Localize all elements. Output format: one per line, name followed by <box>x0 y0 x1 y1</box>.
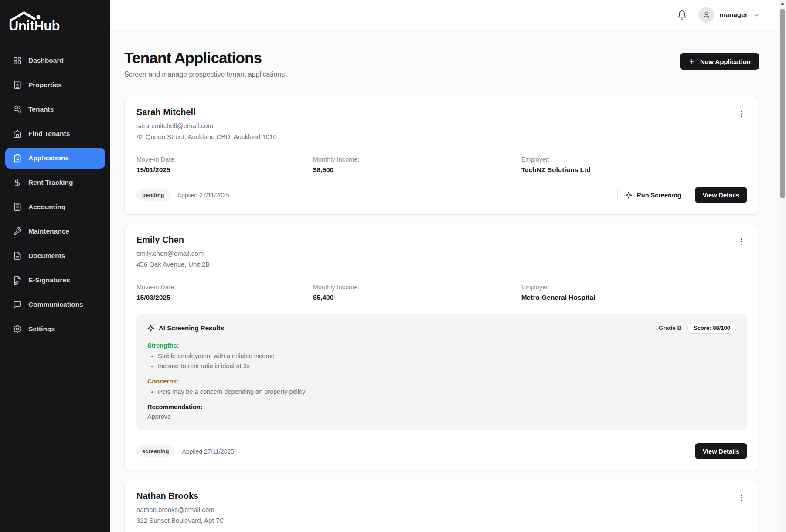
applicant-address: 312 Sunset Boulevard, Apt 7C <box>136 517 224 524</box>
application-card: Sarah Mitchell sarah.mitchell@email.com … <box>124 96 759 215</box>
chevron-down-icon <box>753 11 760 19</box>
page-title: Tenant Applications <box>124 49 285 67</box>
user-icon <box>702 11 711 19</box>
concern-item: Pets may be a concern depending on prope… <box>158 388 736 395</box>
applied-date: Applied 27/11/2025 <box>182 448 234 455</box>
application-details: Move-in Date: 15/01/2025 Monthly Income:… <box>136 156 747 174</box>
applicant-email: sarah.mitchell@email.com <box>136 122 277 129</box>
sidebar-item-settings[interactable]: Settings <box>5 319 105 339</box>
sidebar-item-documents[interactable]: Documents <box>5 245 105 266</box>
sidebar-item-label: E-Signatures <box>28 276 70 284</box>
file-pen-icon <box>13 276 22 285</box>
avatar <box>698 7 714 23</box>
sidebar-item-applications[interactable]: Applications <box>5 148 105 169</box>
username: manager <box>719 11 748 19</box>
new-application-button[interactable]: New Application <box>680 53 759 70</box>
sidebar-item-maintenance[interactable]: Maintenance <box>5 221 105 242</box>
sidebar-item-accounting[interactable]: Accounting <box>5 197 105 217</box>
grade-label: Grade B <box>659 325 682 331</box>
strength-item: Income-to-rent ratio is ideal at 3x <box>158 363 736 369</box>
page-subtitle: Screen and manage prospective tenant app… <box>124 71 285 78</box>
main-content: Tenant Applications Screen and manage pr… <box>110 30 779 532</box>
vertical-scrollbar[interactable] <box>779 0 786 532</box>
sidebar: UnitHub Dashboard Properties Tenants Fin… <box>0 0 110 532</box>
calculator-icon <box>13 203 22 211</box>
applicant-name: Nathan Brooks <box>136 491 224 501</box>
gear-icon <box>13 325 22 333</box>
sidebar-item-label: Properties <box>28 81 62 89</box>
move-in-label: Move-in Date: <box>136 156 313 163</box>
brand-name: UnitHub <box>9 18 102 34</box>
new-application-label: New Application <box>700 58 751 65</box>
run-screening-button[interactable]: Run Screening <box>617 187 689 203</box>
plus-icon <box>688 58 695 65</box>
income-value: $5,400 <box>313 294 521 302</box>
strengths-list: Stable employment with a reliable income… <box>147 352 736 369</box>
clipboard-icon <box>13 154 22 163</box>
employer-value: Metro General Hospital <box>521 294 747 302</box>
card-menu-button[interactable] <box>735 236 747 247</box>
sidebar-item-label: Dashboard <box>28 57 64 64</box>
income-label: Monthly Income: <box>313 284 521 291</box>
building-icon <box>13 81 22 89</box>
kebab-icon <box>737 494 745 502</box>
sidebar-item-rent-tracking[interactable]: Rent Tracking <box>5 172 105 193</box>
strength-item: Stable employment with a reliable income <box>158 352 736 359</box>
income-value: $8,500 <box>313 166 521 174</box>
status-badge: pending <box>136 189 170 201</box>
sidebar-item-tenants[interactable]: Tenants <box>5 99 105 120</box>
scroll-up-arrow[interactable] <box>781 2 784 5</box>
move-in-value: 15/03/2025 <box>136 294 313 302</box>
view-details-button[interactable]: View Details <box>695 187 747 203</box>
income-label: Monthly Income: <box>313 156 521 163</box>
application-details: Move-in Date: 15/03/2025 Monthly Income:… <box>136 284 747 302</box>
wrench-icon <box>13 227 22 236</box>
sidebar-item-find-tenants[interactable]: Find Tenants <box>5 123 105 144</box>
card-menu-button[interactable] <box>735 108 747 120</box>
view-details-button[interactable]: View Details <box>695 443 747 459</box>
concerns-list: Pets may be a concern depending on prope… <box>147 388 736 395</box>
ai-screening-results: AI Screening Results Grade B Score: 88/1… <box>136 314 747 430</box>
page-header: Tenant Applications Screen and manage pr… <box>124 49 759 78</box>
status-badge: screening <box>136 445 174 457</box>
scrollbar-thumb[interactable] <box>780 9 785 198</box>
application-card: Nathan Brooks nathan.brooks@email.com 31… <box>124 480 759 532</box>
sidebar-item-label: Applications <box>28 154 69 162</box>
sidebar-item-label: Settings <box>28 325 55 333</box>
applicant-email: nathan.brooks@email.com <box>136 506 224 513</box>
users-icon <box>13 105 22 114</box>
applicant-address: 456 Oak Avenue, Unit 2B <box>136 261 210 268</box>
file-text-icon <box>13 251 22 260</box>
employer-value: TechNZ Solutions Ltd <box>521 166 747 174</box>
layout-dashboard-icon <box>13 56 22 65</box>
run-screening-label: Run Screening <box>636 192 681 199</box>
sidebar-nav: Dashboard Properties Tenants Find Tenant… <box>0 43 110 350</box>
dollar-icon <box>13 178 22 187</box>
user-menu[interactable]: manager <box>698 7 760 23</box>
bell-icon <box>677 10 687 20</box>
brand-logo: UnitHub <box>0 0 110 43</box>
ai-screening-title: AI Screening Results <box>159 324 224 332</box>
message-icon <box>13 300 22 309</box>
strengths-label: Strengths: <box>147 342 736 349</box>
notifications-button[interactable] <box>677 10 687 20</box>
sidebar-item-dashboard[interactable]: Dashboard <box>5 50 105 71</box>
recommendation-label: Recommendation: <box>147 403 736 410</box>
sidebar-item-esignatures[interactable]: E-Signatures <box>5 270 105 291</box>
sidebar-item-communications[interactable]: Communications <box>5 294 105 315</box>
sidebar-item-label: Accounting <box>28 203 65 211</box>
card-menu-button[interactable] <box>735 492 747 504</box>
sparkles-icon <box>147 325 154 332</box>
sidebar-item-label: Maintenance <box>28 227 69 235</box>
applicant-name: Sarah Mitchell <box>136 107 277 117</box>
sidebar-item-properties[interactable]: Properties <box>5 75 105 95</box>
sidebar-item-label: Documents <box>28 252 65 260</box>
home-icon <box>13 129 22 138</box>
kebab-icon <box>737 110 745 118</box>
recommendation-value: Approve <box>147 413 736 420</box>
sparkles-icon <box>625 192 632 199</box>
sidebar-item-label: Tenants <box>28 105 54 113</box>
concerns-label: Concerns: <box>147 378 736 385</box>
move-in-label: Move-in Date: <box>136 284 313 291</box>
applied-date: Applied 27/11/2025 <box>177 192 230 199</box>
